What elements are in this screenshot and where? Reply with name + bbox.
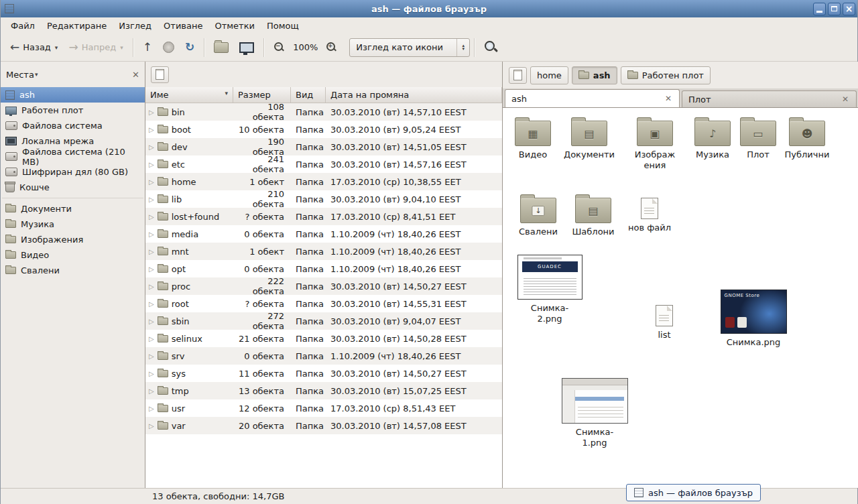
expander-icon[interactable]: ▷ (149, 126, 154, 133)
expander-icon[interactable]: ▷ (149, 405, 154, 412)
icon-folder-public[interactable]: ☻Публични (779, 117, 835, 160)
expander-icon[interactable]: ▷ (149, 283, 154, 290)
sidebar-item[interactable]: Изображения (1, 232, 145, 247)
view-mode-combobox[interactable]: Изглед като икони ▴▾ (349, 38, 470, 57)
column-header-name[interactable]: Име ▾ (145, 87, 233, 103)
sidebar-item[interactable]: Кошче (1, 180, 145, 195)
tab-plot[interactable]: Плот ✕ (682, 90, 857, 107)
breadcrumb-ash[interactable]: ash (572, 66, 617, 84)
icon-image-gnome-store[interactable]: GNOME StoreСнимка.png (725, 290, 782, 348)
tree-row[interactable]: ▷opt0 обектаПапка1.10.2009 (чт) 18,40,26… (145, 260, 502, 277)
expander-icon[interactable]: ▷ (149, 370, 154, 377)
sidebar-item[interactable]: Видео (1, 247, 145, 263)
icon-folder-video[interactable]: ▦Видео (505, 117, 561, 160)
sidebar-item[interactable]: ash (1, 87, 145, 103)
tree-row[interactable]: ▷etc241 обектаПапка30.03.2010 (вт) 14,57… (145, 155, 502, 173)
home-button[interactable] (208, 39, 234, 56)
tree-row[interactable]: ▷bin108 обектаПапка30.03.2010 (вт) 14,57… (145, 103, 502, 121)
sidebar-item[interactable]: Файлова система (210 MB) (1, 149, 145, 164)
up-button[interactable]: ↑ (137, 38, 158, 56)
pathbar-icon-button[interactable] (509, 67, 527, 84)
expander-icon[interactable]: ▷ (149, 143, 154, 151)
icon-folder-templates[interactable]: ▤Шаблони (565, 194, 621, 237)
tree-row[interactable]: ▷tmp13 обектаПапка30.03.2010 (вт) 15,07,… (145, 382, 502, 399)
computer-button[interactable] (234, 39, 259, 56)
tree-row[interactable]: ▷media0 обектаПапка1.10.2009 (чт) 18,40,… (145, 225, 502, 243)
expander-icon[interactable]: ▷ (149, 422, 154, 430)
tree-row[interactable]: ▷sbin272 обектаПапка30.03.2010 (вт) 9,04… (145, 312, 502, 330)
tree-row[interactable]: ▷root? обектаПапка30.03.2010 (вт) 14,55,… (145, 295, 502, 312)
sidebar-item[interactable]: Файлова система (1, 118, 145, 133)
tree-row[interactable]: ▷proc222 обектаПапка30.03.2010 (вт) 14,5… (145, 277, 502, 295)
icon-folder-downloads[interactable]: ↓Свалени (510, 194, 566, 237)
menubar-item-2[interactable]: Редактиране (41, 19, 113, 33)
expander-icon[interactable]: ▷ (149, 196, 154, 203)
expander-icon[interactable]: ▷ (149, 248, 154, 255)
tree-row[interactable]: ▷mnt1 обектПапка1.10.2009 (чт) 18,40,26 … (145, 243, 502, 260)
combo-arrows-icon[interactable]: ▴▾ (456, 39, 469, 56)
icon-folder-documents[interactable]: ▤Документи (561, 117, 617, 160)
icon-view[interactable]: ▦Видео▤Документи▣Изображения♪Музика▭Плот… (503, 107, 858, 488)
expander-icon[interactable]: ▷ (149, 178, 154, 186)
expander-icon[interactable]: ▷ (149, 300, 154, 308)
tree-row[interactable]: ▷lost+found? обектаПапка17.03.2010 (ср) … (145, 208, 502, 225)
tree-row[interactable]: ▷selinux21 обектаПапка30.03.2010 (вт) 14… (145, 330, 502, 347)
menubar-item-5[interactable]: Отметки (208, 19, 260, 33)
tree-row[interactable]: ▷boot10 обектаПапка30.03.2010 (вт) 9,05,… (145, 121, 502, 138)
column-header-type[interactable]: Вид (291, 87, 326, 103)
icon-text-file[interactable]: list (636, 300, 692, 340)
places-mode-arrow-icon[interactable]: ▾ (35, 71, 38, 78)
zoom-out-button[interactable]: − (268, 38, 290, 56)
icon-folder-pictures[interactable]: ▣Изображения (627, 117, 683, 170)
tree-row[interactable]: ▷lib210 обектаПапка30.03.2010 (вт) 9,04,… (145, 190, 502, 208)
expander-icon[interactable]: ▷ (149, 387, 154, 395)
tree-row[interactable]: ▷var20 обектаПапка30.03.2010 (вт) 14,57,… (145, 417, 502, 434)
forward-button[interactable]: → Напред ▾ (63, 38, 128, 56)
icon-folder-desktop[interactable]: ▭Плот (730, 117, 786, 160)
back-history-arrow-icon[interactable]: ▾ (55, 44, 58, 51)
breadcrumb-desktop[interactable]: Работен плот (621, 66, 711, 84)
tab-ash[interactable]: ash ✕ (505, 89, 680, 107)
sidebar-item[interactable]: Музика (1, 216, 145, 232)
column-header-size[interactable]: Размер (233, 87, 291, 103)
close-button[interactable]: × (843, 3, 855, 15)
titlebar[interactable]: ash — файлов браузър × (1, 0, 857, 17)
expander-icon[interactable]: ▷ (149, 335, 154, 342)
expander-icon[interactable]: ▷ (149, 213, 154, 220)
sidebar-item[interactable]: Работен плот (1, 103, 145, 118)
sidebar-item[interactable]: Документи (1, 201, 145, 216)
sidebar-item[interactable]: Шифриран дял (80 GB) (1, 164, 145, 180)
icon-image-guadec[interactable]: GUADECСнимка-2.png (522, 255, 578, 324)
expander-icon[interactable]: ▷ (149, 231, 154, 238)
maximize-button[interactable] (828, 3, 841, 15)
tab-close-icon[interactable]: ✕ (841, 94, 850, 104)
tree-row[interactable]: ▷dev190 обектаПапка30.03.2010 (вт) 14,51… (145, 138, 502, 155)
expander-icon[interactable]: ▷ (149, 265, 154, 273)
sidebar-item[interactable]: Свалени (1, 263, 145, 278)
stop-button[interactable] (158, 38, 180, 56)
column-header-date[interactable]: Дата на промяна (326, 87, 502, 103)
zoom-in-button[interactable]: + (320, 38, 343, 56)
sidebar-close-icon[interactable]: ✕ (132, 70, 139, 80)
expander-icon[interactable]: ▷ (149, 109, 154, 116)
back-button[interactable]: ← Назад ▾ (5, 38, 63, 56)
icon-image-filemanager[interactable]: Снимка-1.png (566, 378, 623, 448)
expander-icon[interactable]: ▷ (149, 161, 154, 168)
expander-icon[interactable]: ▷ (149, 318, 154, 325)
menubar-item-3[interactable]: Изглед (113, 19, 158, 33)
reload-button[interactable]: ↻ (180, 38, 200, 56)
icon-text-file[interactable]: нов файл (621, 192, 678, 233)
tree-row[interactable]: ▷srv0 обектаПапка1.10.2009 (чт) 18,40,26… (145, 347, 502, 365)
tree-row[interactable]: ▷usr12 обектаПапка17.03.2010 (ср) 8,51,4… (145, 399, 502, 417)
tree-row[interactable]: ▷home1 обектПапка17.03.2010 (ср) 10,38,5… (145, 173, 502, 190)
minimize-button[interactable] (813, 3, 826, 15)
search-button[interactable] (479, 37, 503, 58)
tree-row[interactable]: ▷sys11 обектаПапка30.03.2010 (вт) 14,50,… (145, 365, 502, 382)
breadcrumb-home[interactable]: home (530, 66, 568, 84)
taskbar-window-button[interactable]: ash — файлов браузър (626, 484, 761, 501)
location-toggle-button[interactable] (151, 66, 169, 83)
menubar-item-1[interactable]: Файл (5, 19, 41, 33)
menubar-item-6[interactable]: Помощ (261, 19, 305, 33)
sort-arrow-icon[interactable]: ▾ (225, 90, 228, 97)
expander-icon[interactable]: ▷ (149, 353, 154, 360)
